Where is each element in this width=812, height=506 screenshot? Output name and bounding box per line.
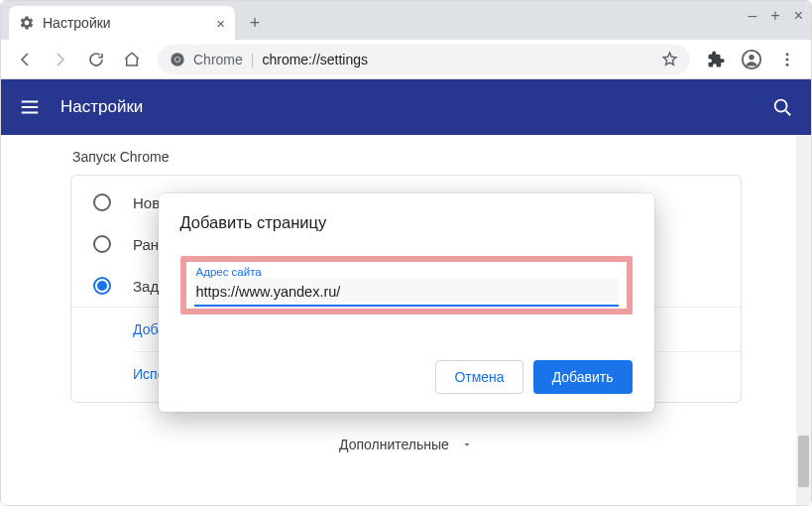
svg-point-2 (175, 57, 179, 61)
add-page-dialog: Добавить страницу Адрес сайта Отмена Доб… (159, 193, 654, 412)
chevron-down-icon (461, 439, 473, 450)
browser-tab[interactable]: Настройки × (9, 6, 235, 40)
reload-button[interactable] (80, 44, 112, 75)
home-button[interactable] (116, 44, 148, 75)
svg-point-7 (786, 63, 789, 65)
scrollbar[interactable] (796, 135, 811, 506)
add-button[interactable]: Добавить (533, 360, 633, 394)
url-field-label: Адрес сайта (194, 266, 619, 278)
search-icon[interactable] (771, 96, 793, 118)
url-input[interactable] (194, 278, 619, 307)
svg-point-6 (786, 58, 789, 61)
settings-header: Настройки (1, 79, 811, 135)
scrollbar-thumb[interactable] (798, 436, 809, 487)
menu-button[interactable] (771, 44, 803, 75)
hamburger-icon[interactable] (19, 96, 41, 118)
extensions-button[interactable] (700, 44, 732, 75)
omnibox[interactable]: Chrome | chrome://settings (158, 45, 690, 74)
settings-title: Настройки (60, 97, 143, 117)
advanced-label: Дополнительные (339, 437, 449, 452)
radio-icon[interactable] (93, 277, 111, 295)
dialog-actions: Отмена Добавить (180, 360, 633, 394)
section-title-startup: Запуск Chrome (72, 149, 742, 165)
svg-point-5 (786, 53, 789, 56)
url-field-highlight: Адрес сайта (180, 256, 633, 315)
radio-icon[interactable] (93, 235, 111, 253)
close-tab-icon[interactable]: × (216, 15, 225, 32)
toolbar: Chrome | chrome://settings (1, 40, 811, 79)
bookmark-star-icon[interactable] (661, 51, 678, 67)
new-tab-button[interactable]: + (241, 9, 269, 37)
advanced-toggle[interactable]: Дополнительные (70, 437, 742, 452)
forward-button[interactable] (45, 44, 76, 75)
tab-title: Настройки (43, 15, 111, 31)
svg-point-4 (749, 54, 754, 60)
svg-point-8 (775, 100, 787, 112)
maximize-icon[interactable]: + (770, 7, 779, 25)
cancel-button[interactable]: Отмена (435, 360, 522, 394)
omnibox-url: chrome://settings (262, 52, 368, 67)
radio-icon[interactable] (93, 193, 111, 211)
back-button[interactable] (9, 44, 41, 75)
window-controls: – + × (748, 7, 803, 25)
omnibox-prefix: Chrome (193, 52, 243, 67)
close-window-icon[interactable]: × (794, 7, 803, 25)
dialog-title: Добавить страницу (180, 213, 633, 232)
minimize-icon[interactable]: – (748, 7, 756, 25)
omnibox-separator: | (251, 52, 255, 67)
gear-icon (19, 15, 35, 31)
chrome-icon (170, 52, 185, 67)
tabstrip: Настройки × + – + × (1, 1, 811, 40)
profile-button[interactable] (736, 44, 767, 75)
